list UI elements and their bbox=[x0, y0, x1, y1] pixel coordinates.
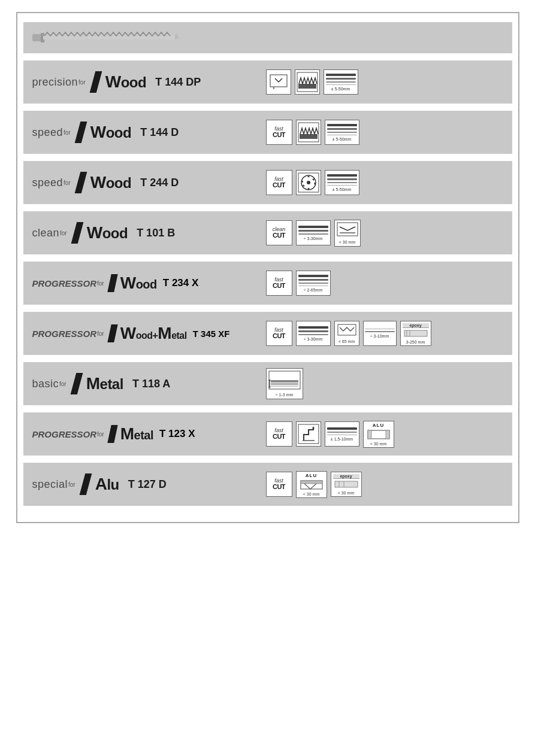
dline3 bbox=[326, 81, 356, 83]
sheet-metal-icon-6: ÷ 1-3 mm bbox=[266, 368, 303, 399]
product-icons-8: fast CUT ALU < 30 mm epoxy bbox=[266, 471, 503, 498]
product-row-t144d: speed for Wood T 144 D fast CUT bbox=[23, 111, 512, 154]
label-precision: precision bbox=[32, 76, 78, 89]
depth-lines-5b bbox=[365, 329, 395, 332]
product-code-8: T 127 D bbox=[128, 478, 167, 491]
dline1-2 bbox=[327, 174, 357, 177]
epoxy-icon-5: epoxy 3-250 mm bbox=[400, 321, 431, 346]
svg-rect-28 bbox=[368, 430, 371, 439]
slash-icon-1 bbox=[69, 122, 92, 143]
cut-text-1: CUT bbox=[273, 132, 285, 138]
label-material-8: Alu bbox=[95, 475, 119, 494]
label-for-7: for bbox=[97, 431, 104, 438]
dline2-4 bbox=[298, 279, 328, 281]
fast-cut-icon-5: fast CUT bbox=[266, 321, 292, 346]
saw-teeth-icon-1 bbox=[296, 120, 321, 145]
svg-rect-6 bbox=[298, 84, 316, 89]
thickness-label-5a: ÷ 3-30mm bbox=[304, 337, 322, 341]
product-label-2: speed for Wood T 244 D bbox=[32, 172, 260, 193]
sheet-label-6: ÷ 1-3 mm bbox=[276, 393, 294, 397]
fast-cut-icon-2: fast CUT bbox=[266, 170, 292, 195]
label-for-0: for bbox=[78, 79, 86, 86]
product-icons-1: fast CUT ± 5-50mm bbox=[266, 120, 503, 145]
dline3-2 bbox=[327, 182, 357, 183]
product-icons-3: clean CUT ÷ 3-30mm < 30 mm bbox=[266, 220, 503, 247]
label-progressor-4: PROGRESSOR bbox=[32, 278, 97, 289]
product-row-t127d: special for Alu T 127 D fast CUT ALU < 3… bbox=[23, 463, 512, 506]
label-for-5: for bbox=[97, 330, 104, 337]
label-speed-2: speed bbox=[32, 177, 64, 189]
dline2-5 bbox=[298, 330, 328, 332]
circ-saw-svg bbox=[298, 172, 319, 193]
product-row-t118a: basic for Metal T 118 A ÷ 1-3 mm bbox=[23, 362, 512, 405]
alu-label-8: < 30 mm bbox=[303, 492, 319, 496]
dline1-1 bbox=[327, 124, 357, 126]
dline1-7 bbox=[327, 427, 357, 430]
svg-point-11 bbox=[307, 181, 310, 184]
thickness-2-65-icon-4: ÷ 2-65mm bbox=[296, 271, 331, 296]
thickness-label-2: ± 5-50mm bbox=[333, 187, 351, 192]
label-for-3: for bbox=[60, 230, 67, 236]
lt65-svg bbox=[337, 324, 356, 338]
svg-rect-5 bbox=[297, 72, 318, 92]
epoxy-body-8 bbox=[333, 479, 359, 490]
product-row-t144dp: precision for Wood T 144 DP bbox=[23, 60, 512, 104]
slash-icon-5 bbox=[104, 324, 121, 342]
label-for-8: for bbox=[68, 481, 75, 488]
product-label-3: clean for Wood T 101 B bbox=[32, 222, 260, 244]
slash-icon-6 bbox=[65, 373, 88, 394]
dline4-2 bbox=[327, 185, 357, 186]
slash-icon-4 bbox=[104, 274, 121, 292]
thickness-label-4: ÷ 2-65mm bbox=[304, 288, 322, 292]
dline1-5 bbox=[298, 326, 328, 329]
product-row-t234x: PROGRESSOR for Wood T 234 X fast CUT ÷ 2… bbox=[23, 262, 512, 305]
dline1 bbox=[326, 74, 356, 76]
alu-top-8: ALU bbox=[306, 473, 317, 478]
label-for-6: for bbox=[59, 381, 67, 387]
product-label-t144dp: precision for Wood T 144 DP bbox=[32, 71, 260, 93]
label-material-3: Wood bbox=[87, 223, 128, 242]
blade-row bbox=[23, 22, 512, 53]
svg-rect-19 bbox=[271, 380, 298, 382]
blade-illustration bbox=[32, 28, 200, 47]
product-icons-5: fast CUT ÷ 3-30mm < 65 mm bbox=[266, 321, 503, 346]
thickness-label-1: ± 5-50mm bbox=[333, 137, 351, 141]
fast-cut-icon-7: fast CUT bbox=[266, 421, 292, 447]
label-material-6: Metal bbox=[86, 374, 123, 393]
clean-cut-icon-3: clean CUT bbox=[266, 220, 292, 245]
fast-cut-icon-8: fast CUT bbox=[266, 472, 292, 497]
slash-icon-8 bbox=[74, 473, 97, 495]
thickness-1-5-10-icon-7: ± 1,5-10mm bbox=[325, 421, 359, 447]
epoxy-top-8: epoxy bbox=[333, 474, 359, 479]
label-material-2: Wood bbox=[90, 173, 131, 192]
lt65-label-5: < 65 mm bbox=[338, 339, 355, 344]
label-progressor-7: PROGRESSOR bbox=[32, 429, 97, 439]
dline2 bbox=[326, 78, 356, 80]
product-label-4: PROGRESSOR for Wood T 234 X bbox=[32, 274, 260, 293]
depth-label-3: ÷ 3-30mm bbox=[304, 236, 322, 241]
dline1-3 bbox=[298, 226, 328, 228]
thickness-label-7: ± 1,5-10mm bbox=[331, 437, 353, 441]
label-clean-3: clean bbox=[32, 227, 60, 239]
saw-svg-1 bbox=[298, 122, 319, 142]
product-code-0: T 144 DP bbox=[155, 76, 201, 89]
dline4-1 bbox=[327, 135, 357, 135]
product-label-8: special for Alu T 127 D bbox=[32, 473, 260, 495]
alu-lt30-icon-8: ALU < 30 mm bbox=[296, 471, 327, 498]
depth-lines-3 bbox=[298, 226, 328, 235]
epoxy-svg-5 bbox=[404, 328, 428, 339]
label-material-0: Wood bbox=[105, 72, 146, 92]
label-progressor-5: PROGRESSOR bbox=[32, 329, 97, 339]
dline1-4 bbox=[298, 275, 328, 277]
product-row-t101b: clean for Wood T 101 B clean CUT ÷ 3-30m… bbox=[23, 211, 512, 254]
step-svg-7 bbox=[298, 424, 319, 444]
lt-65mm-icon-5: < 65 mm bbox=[334, 321, 359, 346]
product-row-t244d: speed for Wood T 244 D fast CUT bbox=[23, 161, 512, 204]
thickness-3-10-icon-5: ÷ 3-10mm bbox=[363, 321, 397, 346]
lt-30mm-icon-3: < 30 mm bbox=[334, 220, 361, 247]
svg-rect-20 bbox=[271, 383, 298, 385]
lt30-alu-label-7: < 30 mm bbox=[370, 442, 386, 446]
product-row-t345xf: PROGRESSOR for Wood+Metal T 345 XF fast … bbox=[23, 312, 512, 355]
epoxy-lt30-icon-8: epoxy < 30 mm bbox=[331, 472, 362, 497]
alu-top-7: ALU bbox=[373, 423, 384, 428]
